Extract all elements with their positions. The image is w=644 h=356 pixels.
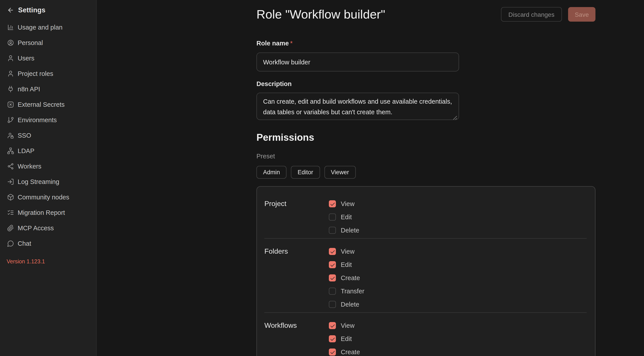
checkbox-checked[interactable] bbox=[329, 322, 336, 329]
permission-label[interactable]: Edit bbox=[341, 335, 352, 342]
sidebar-item-label: External Secrets bbox=[18, 101, 65, 108]
log-in-icon bbox=[7, 178, 14, 185]
bar-chart-icon bbox=[7, 23, 14, 31]
checkbox-unchecked[interactable] bbox=[329, 227, 336, 234]
sidebar-item-label: n8n API bbox=[18, 85, 40, 92]
permission-label[interactable]: Create bbox=[341, 349, 360, 356]
sidebar-item-log-streaming[interactable]: Log Streaming bbox=[0, 174, 96, 189]
sidebar-item-label: Usage and plan bbox=[18, 23, 62, 31]
permission-row-workflows-create[interactable]: Create bbox=[329, 346, 595, 356]
preset-button-editor[interactable]: Editor bbox=[291, 166, 320, 179]
discard-changes-button[interactable]: Discard changes bbox=[501, 7, 562, 22]
arrow-left-icon[interactable] bbox=[7, 6, 14, 14]
sidebar-header[interactable]: Settings bbox=[0, 0, 96, 16]
permission-label[interactable]: Edit bbox=[341, 214, 352, 221]
permission-label[interactable]: View bbox=[341, 248, 354, 255]
preset-button-viewer[interactable]: Viewer bbox=[324, 166, 356, 179]
preset-button-admin[interactable]: Admin bbox=[256, 166, 287, 179]
preset-label: Preset bbox=[256, 152, 596, 161]
sidebar-item-environments[interactable]: Environments bbox=[0, 112, 96, 127]
save-button[interactable]: Save bbox=[568, 7, 596, 22]
checkbox-unchecked[interactable] bbox=[329, 301, 336, 308]
sidebar-title: Settings bbox=[18, 6, 46, 14]
sidebar-item-label: Chat bbox=[18, 240, 31, 247]
share-nodes-icon bbox=[7, 163, 14, 170]
role-name-label: Role name* bbox=[256, 39, 596, 48]
settings-page: Settings Usage and planPersonalUsersProj… bbox=[0, 0, 644, 356]
sidebar-item-mcp-access[interactable]: MCP Access bbox=[0, 220, 96, 236]
permissions-heading: Permissions bbox=[256, 131, 596, 144]
permission-row-folders-transfer[interactable]: Transfer bbox=[329, 285, 595, 298]
required-marker: * bbox=[290, 40, 293, 47]
sidebar-item-users[interactable]: Users bbox=[0, 50, 96, 66]
sidebar-item-label: Environments bbox=[18, 116, 57, 123]
sidebar-item-n8n-api[interactable]: n8n API bbox=[0, 81, 96, 97]
page-title: Role "Workflow builder" bbox=[256, 7, 385, 22]
permission-group-name: Project bbox=[264, 197, 329, 237]
permission-group-workflows: WorkflowsViewEditCreate bbox=[264, 319, 595, 356]
permission-label[interactable]: Delete bbox=[341, 227, 359, 234]
permission-row-folders-view[interactable]: View bbox=[329, 245, 595, 258]
list-checks-icon bbox=[7, 209, 14, 216]
permission-group-folders: FoldersViewEditCreateTransferDelete bbox=[264, 245, 595, 311]
sidebar-item-label: Personal bbox=[18, 39, 43, 46]
user-circle-icon bbox=[7, 39, 14, 46]
vault-icon bbox=[7, 101, 14, 108]
permission-row-project-delete[interactable]: Delete bbox=[329, 224, 595, 237]
permission-label[interactable]: Transfer bbox=[341, 288, 364, 295]
permission-label[interactable]: Delete bbox=[341, 301, 359, 308]
sidebar-item-migration-report[interactable]: Migration Report bbox=[0, 205, 96, 220]
permission-row-workflows-view[interactable]: View bbox=[329, 319, 595, 332]
checkbox-checked[interactable] bbox=[329, 248, 336, 255]
version-link[interactable]: Version 1.123.1 bbox=[6, 259, 89, 265]
box-icon bbox=[7, 193, 14, 201]
permission-group-name: Workflows bbox=[264, 319, 329, 356]
sidebar-item-chat[interactable]: Chat bbox=[0, 236, 96, 251]
sidebar-item-ldap[interactable]: LDAP bbox=[0, 143, 96, 158]
sidebar-item-personal[interactable]: Personal bbox=[0, 35, 96, 50]
description-wrapper: Can create, edit and build workflows and… bbox=[256, 93, 459, 120]
checkbox-checked[interactable] bbox=[329, 261, 336, 268]
sidebar-item-usage-and-plan[interactable]: Usage and plan bbox=[0, 19, 96, 35]
sidebar-item-label: Community nodes bbox=[18, 193, 69, 201]
sidebar-item-label: SSO bbox=[18, 132, 31, 139]
permission-row-folders-create[interactable]: Create bbox=[329, 271, 595, 285]
permission-row-folders-delete[interactable]: Delete bbox=[329, 298, 595, 311]
sidebar-item-label: LDAP bbox=[18, 147, 34, 154]
sidebar-item-sso[interactable]: SSO bbox=[0, 127, 96, 143]
sidebar-item-external-secrets[interactable]: External Secrets bbox=[0, 97, 96, 112]
checkbox-checked[interactable] bbox=[329, 274, 336, 282]
sidebar-item-label: Project roles bbox=[18, 70, 53, 77]
permission-group-name: Folders bbox=[264, 245, 329, 311]
role-name-input[interactable] bbox=[256, 52, 459, 71]
permission-label[interactable]: Create bbox=[341, 274, 360, 282]
sidebar-item-workers[interactable]: Workers bbox=[0, 158, 96, 174]
permission-row-project-view[interactable]: View bbox=[329, 197, 595, 210]
permission-label[interactable]: View bbox=[341, 322, 354, 329]
sidebar-item-community-nodes[interactable]: Community nodes bbox=[0, 189, 96, 205]
checkbox-unchecked[interactable] bbox=[329, 288, 336, 295]
user-lock-icon bbox=[7, 132, 14, 139]
description-label: Description bbox=[256, 79, 596, 88]
main-area: Role "Workflow builder" Discard changes … bbox=[97, 0, 644, 356]
header-actions: Discard changes Save bbox=[501, 7, 596, 22]
sidebar-item-label: Log Streaming bbox=[18, 178, 59, 185]
group-divider bbox=[264, 312, 586, 313]
permission-label[interactable]: Edit bbox=[341, 261, 352, 268]
message-circle-icon bbox=[7, 240, 14, 247]
permission-row-project-edit[interactable]: Edit bbox=[329, 210, 595, 224]
permissions-card: ProjectViewEditDeleteFoldersViewEditCrea… bbox=[256, 186, 596, 356]
permission-row-workflows-edit[interactable]: Edit bbox=[329, 332, 595, 346]
checkbox-checked[interactable] bbox=[329, 349, 336, 356]
settings-sidebar: Settings Usage and planPersonalUsersProj… bbox=[0, 0, 97, 356]
checkbox-checked[interactable] bbox=[329, 200, 336, 207]
checkbox-unchecked[interactable] bbox=[329, 214, 336, 221]
permission-row-folders-edit[interactable]: Edit bbox=[329, 258, 595, 271]
sidebar-item-project-roles[interactable]: Project roles bbox=[0, 66, 96, 81]
permission-label[interactable]: View bbox=[341, 200, 354, 207]
permission-group-rows: ViewEditCreateTransferDelete bbox=[329, 245, 595, 311]
title-row: Role "Workflow builder" Discard changes … bbox=[256, 7, 596, 22]
role-editor: Role "Workflow builder" Discard changes … bbox=[256, 7, 596, 356]
description-textarea[interactable]: Can create, edit and build workflows and… bbox=[256, 93, 459, 120]
checkbox-checked[interactable] bbox=[329, 335, 336, 342]
